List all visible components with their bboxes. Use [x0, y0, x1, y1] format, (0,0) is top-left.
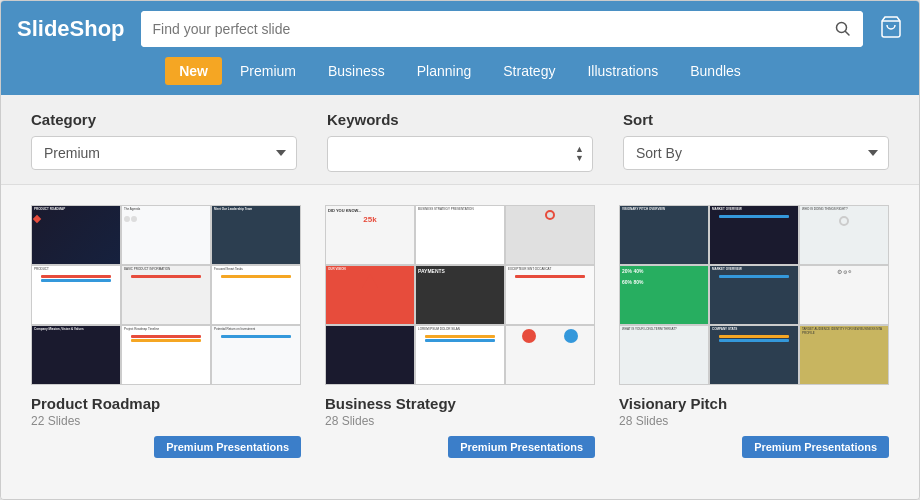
- slide-cell: Project Roadmap Timeline: [122, 326, 210, 384]
- sort-label: Sort: [623, 111, 889, 128]
- cart-button[interactable]: [879, 15, 903, 44]
- slide-cell: Meet Our Leadership Team: [212, 206, 300, 264]
- nav-item-planning[interactable]: Planning: [403, 57, 486, 85]
- product-strategy-badge[interactable]: Premium Presentations: [448, 436, 595, 458]
- product-visionary-grid: VISIONARY PITCH OVERVIEW MARKET OVERVIEW…: [619, 205, 889, 385]
- logo: SlideShop: [17, 16, 125, 42]
- product-visionary-slides: 28 Slides: [619, 414, 889, 428]
- search-bar: [141, 11, 863, 47]
- slide-cell: WHAT IS YOUR LONG-TERM THREAT?: [620, 326, 708, 384]
- slide-cell: EXCEPTEUR SINT OCCAECAT: [506, 266, 594, 324]
- product-strategy-title: Business Strategy: [325, 395, 595, 412]
- sort-filter: Sort Sort By: [623, 111, 889, 172]
- nav-item-business[interactable]: Business: [314, 57, 399, 85]
- slide-cell: Company Mission, Vision & Values: [32, 326, 120, 384]
- nav-item-new[interactable]: New: [165, 57, 222, 85]
- svg-line-1: [846, 32, 850, 36]
- category-filter: Category Premium: [31, 111, 297, 172]
- product-strategy-slides: 28 Slides: [325, 414, 595, 428]
- product-roadmap-title: Product Roadmap: [31, 395, 301, 412]
- slide-cell: VISIONARY PITCH OVERVIEW: [620, 206, 708, 264]
- search-icon: [835, 21, 851, 37]
- slide-cell: Potential Return on Investment: [212, 326, 300, 384]
- search-input[interactable]: [141, 11, 823, 47]
- slide-cell: PRODUCT: [32, 266, 120, 324]
- product-roadmap-slides: 22 Slides: [31, 414, 301, 428]
- category-label: Category: [31, 111, 297, 128]
- nav-item-bundles[interactable]: Bundles: [676, 57, 755, 85]
- cart-icon: [879, 15, 903, 39]
- product-visionary-badge[interactable]: Premium Presentations: [742, 436, 889, 458]
- product-card-roadmap: PRODUCT ROADMAP The Agenda Meet Our Lead…: [31, 205, 301, 479]
- keywords-filter: Keywords ▲ ▼: [327, 111, 593, 172]
- slide-cell: ⚙ ⚙ ⚙: [800, 266, 888, 324]
- product-roadmap-badge[interactable]: Premium Presentations: [154, 436, 301, 458]
- search-button[interactable]: [823, 11, 863, 47]
- spin-buttons[interactable]: ▲ ▼: [575, 145, 584, 163]
- slide-cell: BUSINESS STRATEGY PRESENTATION: [416, 206, 504, 264]
- slide-cell: [326, 326, 414, 384]
- slide-cell: MARKET OVERVIEW: [710, 266, 798, 324]
- product-strategy-grid: DID YOU KNOW... 25k BUSINESS STRATEGY PR…: [325, 205, 595, 385]
- keywords-wrapper: ▲ ▼: [327, 136, 593, 172]
- filters-bar: Category Premium Keywords ▲ ▼ Sort Sort …: [1, 95, 919, 185]
- nav-item-strategy[interactable]: Strategy: [489, 57, 569, 85]
- slide-cell: WHO IS DOING THINGS RIGHT?: [800, 206, 888, 264]
- slide-cell: 20% 40% 60% 80%: [620, 266, 708, 324]
- sort-select[interactable]: Sort By: [623, 136, 889, 170]
- product-grid-section: PRODUCT ROADMAP The Agenda Meet Our Lead…: [1, 185, 919, 499]
- slide-cell: The Agenda: [122, 206, 210, 264]
- nav-item-premium[interactable]: Premium: [226, 57, 310, 85]
- slide-cell: COMPANY STATS: [710, 326, 798, 384]
- slide-cell: OUR VISION: [326, 266, 414, 324]
- slide-cell: DID YOU KNOW... 25k: [326, 206, 414, 264]
- slide-cell: TARGET AUDIENCE IDENTITY FOR NEW BUSINES…: [800, 326, 888, 384]
- slide-cell: LOREM IPSUM DOLOR SILAN: [416, 326, 504, 384]
- product-card-strategy: DID YOU KNOW... 25k BUSINESS STRATEGY PR…: [325, 205, 595, 479]
- slide-cell: MARKET OVERVIEW: [710, 206, 798, 264]
- product-roadmap-grid: PRODUCT ROADMAP The Agenda Meet Our Lead…: [31, 205, 301, 385]
- slide-cell: BASIC PRODUCT INFORMATION: [122, 266, 210, 324]
- header: SlideShop: [1, 1, 919, 57]
- slide-cell: [506, 206, 594, 264]
- product-visionary-title: Visionary Pitch: [619, 395, 889, 412]
- app-window: SlideShop New Premium Business Planning …: [0, 0, 920, 500]
- slide-cell: PRODUCT ROADMAP: [32, 206, 120, 264]
- keywords-input[interactable]: [336, 146, 575, 162]
- slide-cell: [506, 326, 594, 384]
- slide-cell: PAYMENTS: [416, 266, 504, 324]
- nav-bar: New Premium Business Planning Strategy I…: [1, 57, 919, 95]
- keywords-label: Keywords: [327, 111, 593, 128]
- category-select[interactable]: Premium: [31, 136, 297, 170]
- nav-item-illustrations[interactable]: Illustrations: [573, 57, 672, 85]
- slide-cell: Focused Smart Tasks: [212, 266, 300, 324]
- product-card-visionary: VISIONARY PITCH OVERVIEW MARKET OVERVIEW…: [619, 205, 889, 479]
